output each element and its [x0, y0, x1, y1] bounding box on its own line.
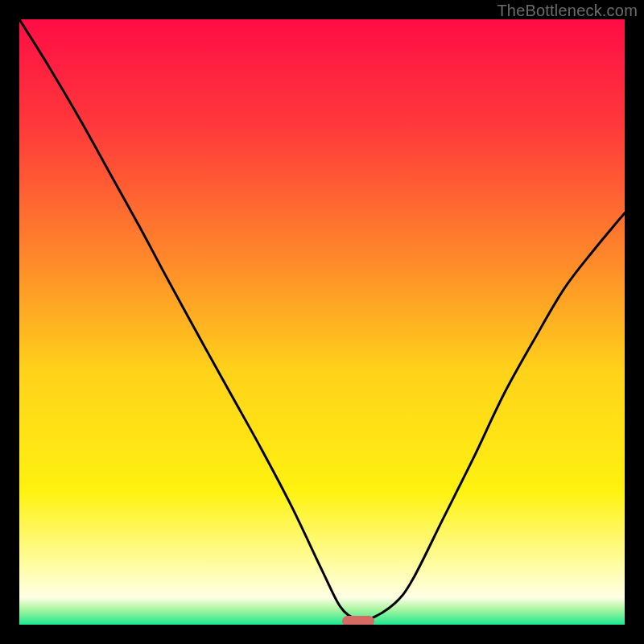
optimum-marker	[342, 616, 374, 625]
plot-area	[19, 19, 625, 625]
svg-rect-3	[0, 0, 19, 644]
bottleneck-curve	[19, 19, 625, 625]
attribution-text: TheBottleneck.com	[497, 2, 638, 20]
svg-rect-4	[625, 0, 644, 644]
chart-frame: TheBottleneck.com	[0, 0, 644, 644]
svg-rect-2	[0, 625, 644, 644]
